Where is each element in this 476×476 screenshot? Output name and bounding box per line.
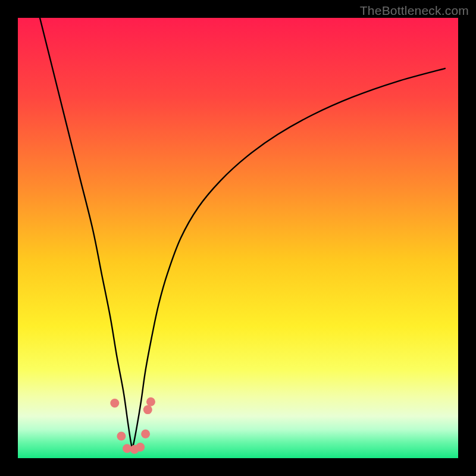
data-dot bbox=[136, 443, 145, 452]
chart-frame: TheBottleneck.com bbox=[0, 0, 476, 476]
plot-area bbox=[18, 18, 458, 458]
curve-layer bbox=[18, 18, 458, 458]
bottleneck-curve bbox=[40, 18, 445, 447]
data-dots bbox=[110, 397, 155, 454]
watermark-text: TheBottleneck.com bbox=[360, 4, 469, 18]
data-dot bbox=[141, 430, 150, 439]
data-dot bbox=[146, 397, 155, 406]
data-dot bbox=[143, 405, 152, 414]
data-dot bbox=[110, 399, 119, 408]
data-dot bbox=[117, 432, 126, 441]
